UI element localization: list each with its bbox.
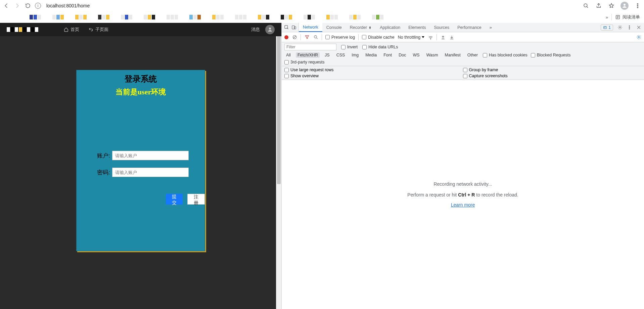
zoom-icon[interactable] (582, 2, 590, 9)
bookmark-item[interactable] (75, 15, 87, 19)
bookmark-item[interactable] (30, 15, 41, 19)
filter-type-ws[interactable]: WS (411, 52, 421, 58)
devtools-settings-icon[interactable] (617, 25, 623, 30)
browser-toolbar: i (0, 0, 644, 11)
bookmark-star-icon[interactable] (608, 2, 615, 9)
learn-more-link[interactable]: Learn more (451, 202, 475, 208)
bookmark-item[interactable] (258, 15, 269, 19)
page-scrollbar[interactable] (276, 23, 281, 309)
empty-line2: Perform a request or hit Ctrl + R to rec… (407, 192, 518, 197)
throttling-select[interactable]: No throttling (398, 35, 424, 40)
import-har-icon[interactable] (440, 35, 446, 40)
group-by-frame-checkbox[interactable]: Group by frame (463, 68, 642, 72)
account-input[interactable] (112, 151, 189, 160)
tab-console[interactable]: Console (322, 23, 346, 32)
submit-button[interactable]: 提 交 (166, 194, 183, 205)
invert-checkbox[interactable]: Invert (341, 45, 358, 49)
filter-type-img[interactable]: Img (350, 52, 360, 58)
inspect-element-icon[interactable] (284, 25, 289, 30)
filter-type-fetchxhr[interactable]: Fetch/XHR (296, 52, 320, 58)
bookmark-item[interactable] (121, 15, 132, 19)
tab-sources[interactable]: Sources (430, 23, 453, 32)
tab-application[interactable]: Application (376, 23, 404, 32)
nav-subpage-link[interactable]: 子页面 (89, 27, 108, 33)
network-settings-icon[interactable] (636, 35, 641, 40)
clear-button[interactable] (292, 35, 297, 40)
record-button[interactable] (284, 35, 288, 39)
third-party-checkbox[interactable]: 3rd-party requests (284, 60, 324, 64)
tab-performance[interactable]: Performance (453, 23, 486, 32)
tabs-overflow-button[interactable]: » (486, 23, 496, 32)
disable-cache-checkbox[interactable]: Disable cache (362, 35, 395, 40)
bookmark-item[interactable] (349, 15, 361, 19)
bookmark-item[interactable] (235, 15, 246, 19)
filter-type-font[interactable]: Font (382, 52, 394, 58)
has-blocked-cookies-checkbox[interactable]: Has blocked cookies (483, 53, 527, 57)
profile-avatar-button[interactable] (620, 2, 629, 10)
show-overview-checkbox[interactable]: Show overview (284, 74, 463, 78)
network-toolbar: Preserve log Disable cache No throttling (282, 32, 644, 42)
devtools-close-icon[interactable] (636, 25, 641, 30)
bookmark-item[interactable] (304, 15, 315, 19)
blocked-requests-checkbox[interactable]: Blocked Requests (531, 53, 571, 57)
share-icon[interactable] (595, 2, 602, 9)
svg-rect-10 (370, 28, 371, 29)
bookmarks-overflow-button[interactable]: » (606, 15, 608, 20)
app-logo (7, 23, 57, 36)
site-info-icon[interactable]: i (35, 3, 41, 9)
bookmark-item[interactable] (189, 15, 201, 19)
network-filter-bar: Invert Hide data URLs All Fetch/XHR JS C… (282, 42, 644, 66)
bookmark-item[interactable] (326, 15, 338, 19)
svg-point-3 (637, 5, 638, 6)
filter-type-css[interactable]: CSS (335, 52, 347, 58)
issues-chip[interactable]: 1 (601, 25, 613, 31)
register-button[interactable]: 注 册 (187, 194, 205, 205)
bookmark-item[interactable] (144, 15, 155, 19)
bookmark-item[interactable] (7, 15, 18, 19)
hide-data-urls-checkbox[interactable]: Hide data URLs (362, 45, 398, 49)
address-bar[interactable] (44, 1, 579, 10)
preserve-log-checkbox[interactable]: Preserve log (325, 35, 355, 40)
user-avatar[interactable] (265, 25, 275, 34)
export-har-icon[interactable] (449, 35, 454, 40)
filter-type-doc[interactable]: Doc (397, 52, 408, 58)
filter-type-other[interactable]: Other (466, 52, 479, 58)
bookmark-item[interactable] (281, 15, 292, 19)
network-conditions-icon[interactable] (428, 35, 433, 40)
filter-type-wasm[interactable]: Wasm (425, 52, 440, 58)
filter-type-manifest[interactable]: Manifest (443, 52, 462, 58)
bookmark-item[interactable] (372, 15, 383, 19)
devtools-panel: Network Console Recorder Application Ele… (281, 23, 644, 309)
tab-network[interactable]: Network (299, 23, 322, 32)
bookmark-item[interactable] (212, 15, 224, 19)
password-input[interactable] (112, 168, 189, 177)
reading-list-button[interactable]: 阅读清单 (615, 14, 640, 20)
nav-forward-button[interactable] (13, 2, 21, 9)
tab-elements[interactable]: Elements (404, 23, 430, 32)
tab-recorder[interactable]: Recorder (346, 23, 376, 32)
bookmark-item[interactable] (167, 15, 178, 19)
svg-point-1 (624, 4, 626, 6)
devtools-menu-icon[interactable] (627, 25, 632, 30)
device-toggle-icon[interactable] (291, 25, 296, 30)
page-viewport: 首页 子页面 消息 登录系统 当前是user环境 (0, 23, 281, 309)
nav-back-button[interactable] (3, 2, 10, 9)
nav-home-link[interactable]: 首页 (64, 27, 79, 33)
login-subtitle: 当前是user环境 (116, 87, 166, 97)
large-rows-checkbox[interactable]: Use large request rows (284, 68, 463, 72)
filter-type-js[interactable]: JS (323, 52, 331, 58)
nav-reload-button[interactable] (24, 2, 32, 9)
search-icon[interactable] (313, 35, 318, 40)
filter-type-media[interactable]: Media (364, 52, 378, 58)
bookmark-item[interactable] (52, 15, 64, 19)
bookmark-item[interactable] (98, 15, 109, 19)
empty-line1: Recording network activity... (407, 181, 518, 187)
svg-point-6 (269, 28, 271, 30)
nav-home-label: 首页 (71, 27, 79, 33)
nav-messages-link[interactable]: 消息 (251, 27, 260, 33)
filter-toggle-icon[interactable] (304, 35, 310, 40)
capture-screenshots-checkbox[interactable]: Capture screenshots (463, 74, 642, 78)
browser-menu-button[interactable] (634, 2, 641, 9)
filter-input[interactable] (284, 44, 336, 50)
filter-type-all[interactable]: All (284, 52, 292, 58)
